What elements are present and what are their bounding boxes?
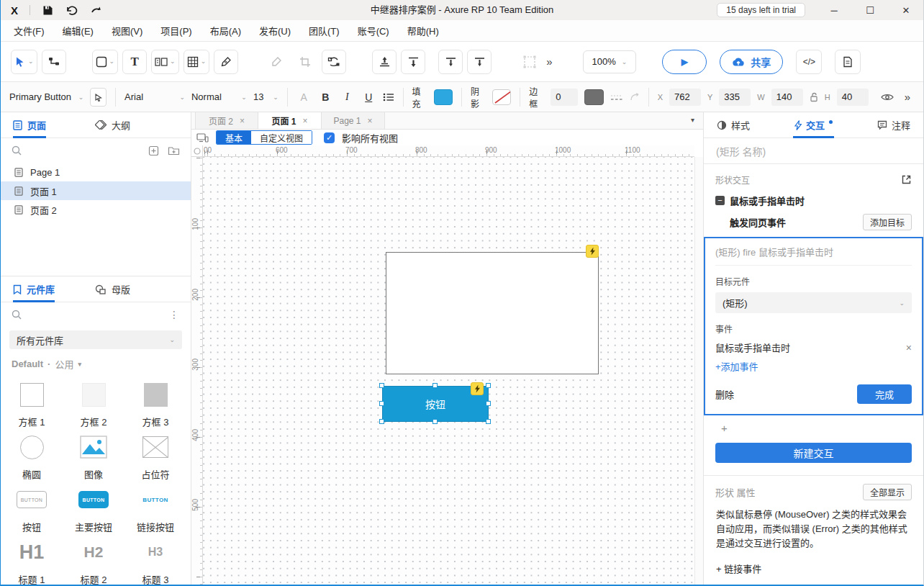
search-icon[interactable] [12, 145, 22, 155]
selection-handle[interactable] [432, 419, 438, 424]
menu-project[interactable]: 项目(P) [160, 24, 191, 37]
collapse-icon[interactable]: − [715, 196, 725, 205]
canvas-tab-yemian1[interactable]: 页面 1 × [258, 112, 322, 129]
font-family-select[interactable]: Arial ⌄ [124, 91, 185, 102]
link-event-button[interactable]: + 链接事件 [716, 562, 911, 575]
selection-handle[interactable] [486, 401, 491, 406]
add-action-plus-button[interactable]: + [721, 422, 923, 434]
event-header-row[interactable]: − 鼠标或手指单击时 [715, 194, 912, 207]
affect-all-views-checkbox[interactable]: ✓ [324, 132, 335, 143]
text-tool-button[interactable]: T [122, 50, 147, 74]
search-icon[interactable] [12, 310, 22, 320]
tab-interaction[interactable]: 交互 [794, 112, 833, 138]
menu-team[interactable]: 团队(T) [309, 24, 340, 37]
select-tool-button[interactable]: ⌄ [11, 50, 37, 74]
tab-notes[interactable]: 注释 [877, 112, 910, 138]
x-field[interactable]: 762 [669, 89, 701, 106]
library-section-header[interactable]: Default · 公用 ▾ [1, 349, 191, 372]
widget-box1[interactable]: 方框 1 [1, 378, 63, 431]
widget-primary-button[interactable]: BUTTON 主要按钮 [63, 483, 124, 536]
zoom-select[interactable]: 100% ⌄ [583, 50, 637, 73]
selection-handle[interactable] [379, 401, 384, 406]
menu-publish[interactable]: 发布(U) [259, 24, 291, 37]
selection-handle[interactable] [379, 419, 384, 424]
h-field[interactable]: 40 [837, 89, 869, 106]
widget-ellipse[interactable]: 椭圆 [1, 431, 63, 483]
view-basic-button[interactable]: 基本 [217, 131, 251, 144]
device-view-icon[interactable] [196, 133, 209, 143]
close-tab-icon[interactable]: × [368, 116, 373, 126]
trial-badge[interactable]: 15 days left in trial [717, 3, 805, 17]
redo-icon[interactable] [90, 5, 102, 16]
font-color-button[interactable]: A [296, 91, 312, 103]
add-event-link[interactable]: +添加事件 [715, 359, 912, 373]
add-page-button[interactable] [148, 145, 159, 156]
y-field[interactable]: 335 [719, 89, 751, 106]
interaction-badge-icon[interactable] [471, 382, 484, 395]
delete-link[interactable]: 删除 [715, 387, 734, 401]
italic-button[interactable]: I [340, 91, 355, 103]
table-tool-button[interactable]: ⌄ [184, 50, 210, 74]
ruler-origin[interactable] [191, 145, 203, 157]
underline-button[interactable]: U [361, 91, 376, 103]
bold-button[interactable]: B [318, 91, 333, 103]
bring-forward-button[interactable] [438, 50, 463, 74]
widget-placeholder[interactable]: 占位符 [124, 431, 186, 483]
preview-button[interactable]: ▶ [662, 50, 707, 74]
widget-image[interactable]: 图像 [63, 431, 124, 483]
fill-color-swatch[interactable] [434, 89, 453, 105]
visibility-button[interactable] [881, 93, 894, 102]
event-value-row[interactable]: 鼠标或手指单击时 × [715, 341, 912, 354]
add-folder-button[interactable] [168, 145, 180, 155]
undo-icon[interactable] [65, 5, 78, 16]
widget-style-select[interactable]: Primary Button ⌄ [9, 91, 83, 102]
selection-handle[interactable] [486, 419, 491, 424]
page-item-yemian-2[interactable]: 页面 2 [1, 200, 191, 219]
code-export-button[interactable]: </> [796, 50, 822, 74]
widget-name-input[interactable]: (矩形 名称) [704, 138, 923, 164]
notes-doc-button[interactable] [835, 50, 861, 74]
menu-help[interactable]: 帮助(H) [407, 24, 439, 37]
widget-box2[interactable]: 方框 2 [63, 378, 124, 431]
stylebar-more-button[interactable]: » [900, 91, 915, 103]
selection-handle[interactable] [379, 383, 384, 388]
menu-edit[interactable]: 编辑(E) [63, 24, 94, 37]
remove-event-icon[interactable]: × [906, 342, 912, 353]
inline-frame-tool-button[interactable]: ⌄ [151, 50, 179, 74]
bullet-list-button[interactable] [383, 92, 394, 102]
connector-tool-button[interactable] [42, 50, 66, 74]
bring-to-front-button[interactable] [372, 50, 397, 74]
shadow-swatch[interactable] [492, 89, 511, 105]
menu-account[interactable]: 账号(C) [358, 24, 389, 37]
menu-file[interactable]: 文件(F) [14, 24, 45, 37]
w-field[interactable]: 140 [771, 89, 803, 106]
maximize-button[interactable]: ☐ [863, 5, 877, 16]
view-custom-button[interactable]: 自定义视图 [251, 131, 312, 144]
menu-arrange[interactable]: 布局(A) [210, 24, 241, 37]
tab-library[interactable]: 元件库 [13, 276, 55, 302]
tab-outline[interactable]: 大纲 [95, 112, 130, 138]
selection-handle[interactable] [486, 383, 491, 388]
tab-masters[interactable]: 母版 [95, 276, 130, 302]
close-button[interactable]: ✕ [899, 5, 913, 16]
save-icon[interactable] [42, 5, 53, 16]
font-weight-select[interactable]: Normal ⌄ [191, 91, 247, 102]
page-item-page-1[interactable]: Page 1 [1, 163, 191, 181]
canvas-tab-page1[interactable]: Page 1 × [322, 112, 385, 129]
widget-box3[interactable]: 方框 3 [124, 378, 186, 431]
tab-pages[interactable]: 页面 [13, 112, 46, 138]
vertical-scrollbar[interactable] [694, 157, 703, 585]
widget-heading1[interactable]: H1 标题 1 [1, 536, 63, 586]
lock-ratio-button[interactable] [810, 92, 818, 102]
widget-heading3[interactable]: H3 标题 3 [124, 536, 186, 586]
send-backward-button[interactable] [467, 50, 492, 74]
rectangle-tool-button[interactable]: ⌄ [92, 50, 119, 74]
toolbar-more-button[interactable]: » [542, 55, 556, 68]
share-button[interactable]: 共享 [720, 50, 783, 74]
selection-handle[interactable] [432, 383, 438, 388]
kebab-menu-icon[interactable]: ⋮ [169, 309, 180, 320]
interaction-badge-icon[interactable] [586, 245, 599, 258]
add-target-button[interactable]: 添加目标 [863, 214, 912, 230]
font-size-select[interactable]: 13 ⌄ [253, 91, 278, 102]
border-color-swatch[interactable] [584, 89, 603, 105]
